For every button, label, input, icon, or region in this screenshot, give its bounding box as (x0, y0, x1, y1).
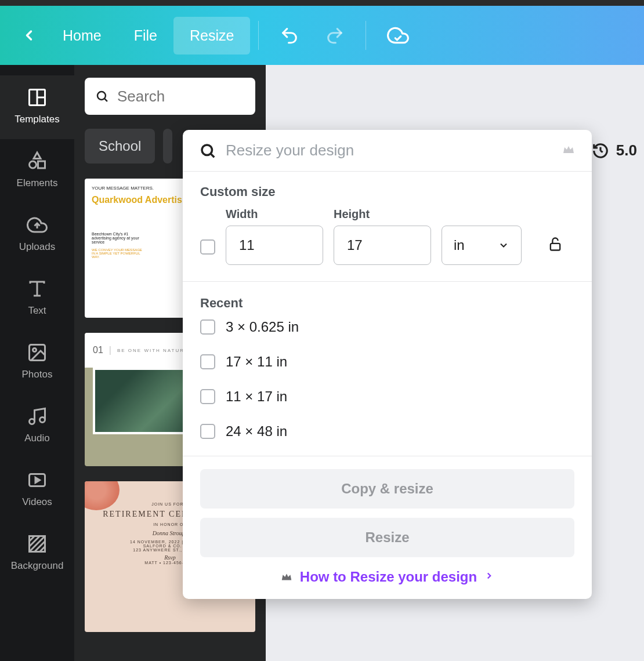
svg-line-23 (600, 151, 603, 152)
resize-dropdown: Custom size Width Height in (183, 130, 592, 599)
svg-point-11 (40, 417, 45, 423)
recent-checkbox[interactable] (200, 319, 215, 335)
lock-aspect-icon[interactable] (547, 236, 563, 255)
recent-item-label: 3 × 0.625 in (226, 319, 299, 335)
recent-item-label: 11 × 17 in (226, 388, 287, 405)
unit-value: in (454, 237, 465, 253)
custom-size-label: Custom size (200, 184, 574, 199)
svg-line-16 (30, 536, 40, 547)
recent-item-label: 17 × 11 in (226, 354, 287, 370)
sidebar-item-label: Background (11, 560, 64, 572)
search-icon (199, 142, 216, 159)
resize-search-row (183, 130, 592, 172)
recent-checkbox[interactable] (200, 389, 215, 404)
recent-item[interactable]: 17 × 11 in (200, 354, 574, 370)
svg-rect-26 (551, 244, 560, 250)
back-chevron-icon[interactable] (12, 27, 46, 43)
zoom-value[interactable]: 5.0 (616, 141, 637, 159)
templates-search[interactable] (85, 78, 255, 115)
sidebar-item-label: Photos (22, 369, 53, 380)
sidebar-item-videos[interactable]: Videos (0, 458, 74, 522)
svg-point-9 (33, 348, 37, 352)
custom-size-checkbox[interactable] (200, 239, 215, 255)
resize-menu[interactable]: Resize (173, 17, 250, 55)
top-toolbar: Home File Resize (0, 6, 644, 65)
sidebar-item-label: Uploads (19, 241, 55, 253)
howto-text: How to Resize your design (300, 569, 477, 585)
recent-item[interactable]: 11 × 17 in (200, 388, 574, 405)
svg-point-10 (30, 419, 35, 424)
sidebar-item-label: Templates (15, 114, 59, 125)
height-input[interactable] (334, 226, 431, 265)
unit-select[interactable]: in (442, 226, 522, 265)
recent-item[interactable]: 3 × 0.625 in (200, 319, 574, 335)
sidebar-item-audio[interactable]: Audio (0, 394, 74, 458)
chevron-down-icon (498, 239, 509, 251)
copy-resize-button[interactable]: Copy & resize (200, 469, 574, 509)
svg-line-18 (35, 542, 45, 552)
sidebar-item-background[interactable]: Background (0, 522, 74, 586)
main-area: Templates Elements Uploads Text Photos A… (0, 65, 644, 661)
undo-icon[interactable] (267, 26, 312, 45)
sidebar-item-label: Videos (22, 496, 52, 508)
recent-item[interactable]: 24 × 48 in (200, 423, 574, 440)
sidebar-item-label: Audio (24, 433, 49, 444)
width-input[interactable] (226, 226, 323, 265)
crown-icon (280, 571, 293, 583)
svg-marker-13 (35, 478, 40, 483)
sidebar-item-label: Elements (17, 177, 58, 189)
height-label: Height (334, 208, 431, 221)
sidebar-item-label: Text (28, 305, 46, 317)
history-icon[interactable] (592, 142, 609, 159)
canvas-zoom: 5.0 (592, 141, 637, 159)
sidebar-item-uploads[interactable]: Uploads (0, 203, 74, 267)
svg-point-20 (97, 92, 106, 100)
recent-list: 3 × 0.625 in 17 × 11 in 11 × 17 in 24 × … (200, 319, 574, 450)
sidebar-item-elements[interactable]: Elements (0, 139, 74, 203)
resize-footer: Copy & resize Resize How to Resize your … (183, 456, 592, 599)
svg-point-24 (202, 145, 212, 155)
search-icon (95, 88, 109, 104)
sidebar-item-photos[interactable]: Photos (0, 330, 74, 394)
sidebar-item-templates[interactable]: Templates (0, 75, 74, 139)
home-menu[interactable]: Home (46, 27, 118, 44)
sidebar-item-text[interactable]: Text (0, 267, 74, 330)
custom-size-row: Width Height in (200, 208, 574, 265)
toolbar-divider (258, 21, 259, 50)
recent-checkbox[interactable] (200, 354, 215, 369)
chip-school[interactable]: School (85, 129, 155, 164)
templates-search-input[interactable] (117, 88, 245, 106)
howto-link[interactable]: How to Resize your design (200, 569, 574, 585)
svg-rect-4 (38, 161, 45, 168)
recent-checkbox[interactable] (200, 424, 215, 439)
recent-label: Recent (200, 296, 574, 311)
chip-more[interactable] (163, 129, 172, 164)
svg-line-21 (104, 99, 107, 101)
redo-icon[interactable] (312, 26, 357, 45)
divider (183, 281, 592, 282)
cloud-sync-icon[interactable] (374, 24, 422, 46)
toolbar-divider (366, 21, 366, 50)
left-sidebar: Templates Elements Uploads Text Photos A… (0, 65, 74, 661)
browser-chrome (0, 0, 644, 6)
resize-body: Custom size Width Height in (183, 172, 592, 456)
width-label: Width (226, 208, 323, 221)
svg-line-25 (211, 154, 215, 157)
svg-marker-5 (34, 152, 41, 159)
chevron-right-icon (484, 571, 494, 584)
file-menu[interactable]: File (118, 27, 173, 44)
resize-search-input[interactable] (226, 141, 552, 159)
recent-item-label: 24 × 48 in (226, 423, 287, 440)
svg-point-3 (30, 161, 37, 168)
resize-button[interactable]: Resize (200, 518, 574, 557)
crown-icon (562, 143, 576, 159)
